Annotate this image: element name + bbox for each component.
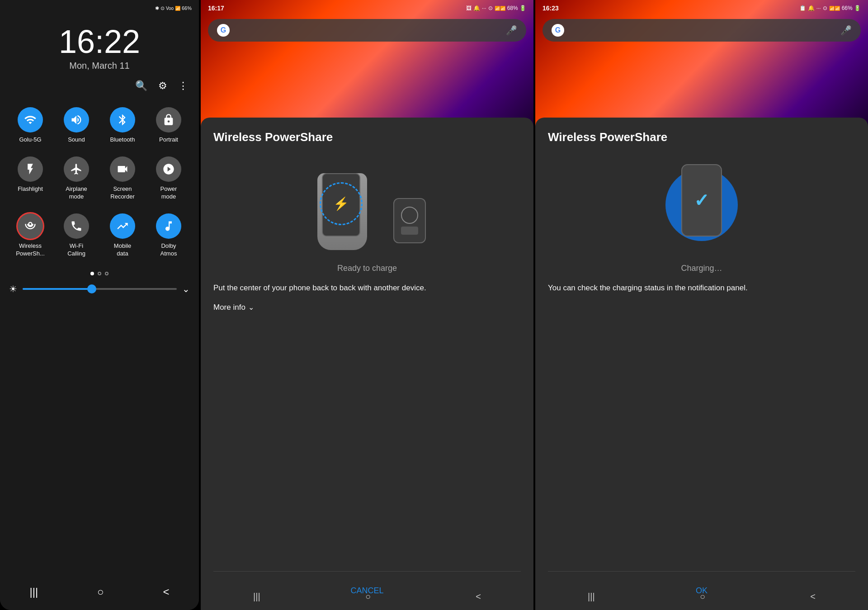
nav-bar-2: ||| ○ < [201,583,533,610]
sun-icon: ☀ [9,284,17,294]
wifi-calling-icon [64,213,89,239]
quick-settings-top-bar: 🔍 ⚙ ⋮ [0,76,199,96]
dolby-atmos-label: DolbyAtmos [160,242,177,258]
tile-sound[interactable]: Sound [53,101,99,150]
tile-dolby-atmos[interactable]: DolbyAtmos [146,207,192,264]
dialog-image-2: ⚡ [213,155,521,255]
time-display: 16:22 Mon, March 11 [0,16,199,76]
quick-tiles-grid: Golu-5G Sound Bluetooth Portrait Flashli [0,96,199,268]
more-icon-3: ··· [816,5,821,11]
tile-power-mode[interactable]: Powermode [146,150,192,207]
mobile-data-label: Mobiledata [114,242,131,258]
notification-icon-3: 🔔 [808,5,815,11]
airplane-icon [64,156,89,182]
date-display: Mon, March 11 [0,61,199,71]
battery-2: 68% 🔋 [507,5,526,11]
bolt-icon: ⚡ [333,196,349,211]
tile-wifi-calling[interactable]: Wi-FiCalling [53,207,99,264]
tile-screen-recorder[interactable]: ScreenRecorder [99,150,146,207]
golu5g-icon [18,107,43,132]
wallpaper-3: 16:23 📋 🔔 ··· ⊙ 📶📶 66% 🔋 G 🎤 [535,0,868,127]
tile-wireless-powershare[interactable]: Wireless PowerSh... [7,207,53,264]
panel3-bg: 16:23 📋 🔔 ··· ⊙ 📶📶 66% 🔋 G 🎤 Wireless Po… [535,0,868,610]
back-button-2[interactable]: < [467,588,490,605]
golu5g-label: Golu-5G [19,136,41,144]
dialog-sheet-3: Wireless PowerShare ✓ Charging… You can … [535,118,868,610]
search-bar-2[interactable]: G 🎤 [208,19,526,42]
search-bar-3[interactable]: G 🎤 [542,19,861,42]
tile-golu5g[interactable]: Golu-5G [7,101,53,150]
dialog-title-2: Wireless PowerShare [213,130,521,144]
sound-icon [64,107,89,132]
flashlight-icon [18,156,43,182]
recent-apps-button[interactable]: ||| [19,581,49,603]
dialog-description-2: Put the center of your phone back to bac… [213,282,521,294]
power-mode-icon [156,156,181,182]
wireless-powershare-panel-charging: 16:23 📋 🔔 ··· ⊙ 📶📶 66% 🔋 G 🎤 Wireless Po… [535,0,868,610]
brightness-slider[interactable] [23,288,177,290]
more-options-icon[interactable]: ⋮ [178,80,188,92]
recent-apps-button-2[interactable]: ||| [244,588,269,605]
tile-bluetooth[interactable]: Bluetooth [99,101,146,150]
notification-icon: 🔔 [473,5,480,11]
mic-icon-3[interactable]: 🎤 [840,25,852,36]
airplane-label: Airplanemode [66,185,87,201]
wifi-icon-2: ⊙ [488,5,493,11]
search-icon[interactable]: 🔍 [135,80,147,92]
dialog-status-2: Ready to charge [213,264,521,273]
tile-mobile-data[interactable]: Mobiledata [99,207,146,264]
page-dots [0,268,199,279]
google-logo-3: G [552,24,564,37]
charging-illustration: ✓ [661,160,742,250]
brightness-control: ☀ ⌄ [0,279,199,299]
photo-icon: 🖼 [466,5,472,11]
brightness-thumb[interactable] [87,284,96,293]
dot-2[interactable] [98,272,101,275]
home-button-2[interactable]: ○ [356,588,380,605]
bluetooth-status-icon: ✱ [155,5,159,11]
quick-settings-panel: ✱ ⊙ Voo 📶 66% 16:22 Mon, March 11 🔍 ⚙ ⋮ … [0,0,199,610]
watch-body [401,227,418,235]
recent-apps-button-3[interactable]: ||| [579,588,604,605]
signal-icon-2: 📶📶 [495,6,505,11]
time-2: 16:17 [208,5,224,12]
bluetooth-label: Bluetooth [110,136,135,144]
back-button[interactable]: < [152,581,180,603]
tile-airplane[interactable]: Airplanemode [53,150,99,207]
status-icons-3: 📋 🔔 ··· ⊙ 📶📶 66% 🔋 [799,5,861,11]
status-icons-1: ✱ ⊙ Voo 📶 66% [155,5,192,11]
wallpaper-2: 16:17 🖼 🔔 ··· ⊙ 📶📶 68% 🔋 G 🎤 [201,0,533,127]
tile-portrait[interactable]: Portrait [146,101,192,150]
signal-icon-3: 📶📶 [829,6,840,11]
brightness-expand-icon[interactable]: ⌄ [182,284,190,294]
wifi-icon: ⊙ [160,5,165,11]
wireless-powershare-panel-ready: 16:17 🖼 🔔 ··· ⊙ 📶📶 68% 🔋 G 🎤 Wireless Po… [201,0,533,610]
battery-3: 66% 🔋 [842,5,861,11]
portrait-icon [156,107,181,132]
power-mode-label: Powermode [160,185,177,201]
wireless-powershare-icon [18,213,43,239]
time-3: 16:23 [542,5,559,12]
home-button[interactable]: ○ [86,581,115,603]
tile-flashlight[interactable]: Flashlight [7,150,53,207]
dot-3[interactable] [105,272,108,275]
dialog-description-3: You can check the charging status in the… [548,282,855,294]
status-icons-2: 🖼 🔔 ··· ⊙ 📶📶 68% 🔋 [466,5,526,11]
bluetooth-tile-icon [110,107,135,132]
wireless-powershare-label: Wireless PowerSh... [11,242,50,258]
dot-1[interactable] [90,272,94,275]
panel2-bg: 16:17 🖼 🔔 ··· ⊙ 📶📶 68% 🔋 G 🎤 Wireless Po… [201,0,533,610]
home-button-3[interactable]: ○ [691,588,714,605]
portrait-label: Portrait [159,136,178,144]
dialog-sheet-2: Wireless PowerShare ⚡ Ready to charge Pu [201,118,533,610]
sound-label: Sound [68,136,85,144]
chevron-down-icon: ⌄ [248,303,254,312]
dolby-atmos-icon [156,213,181,239]
mic-icon-2[interactable]: 🎤 [506,25,517,36]
gear-icon[interactable]: ⚙ [158,80,167,92]
powershare-illustration: ⚡ [308,160,426,250]
mobile-data-icon [110,213,135,239]
back-button-3[interactable]: < [801,588,825,605]
more-info-row[interactable]: More info ⌄ [213,303,521,312]
flashlight-label: Flashlight [18,185,43,193]
